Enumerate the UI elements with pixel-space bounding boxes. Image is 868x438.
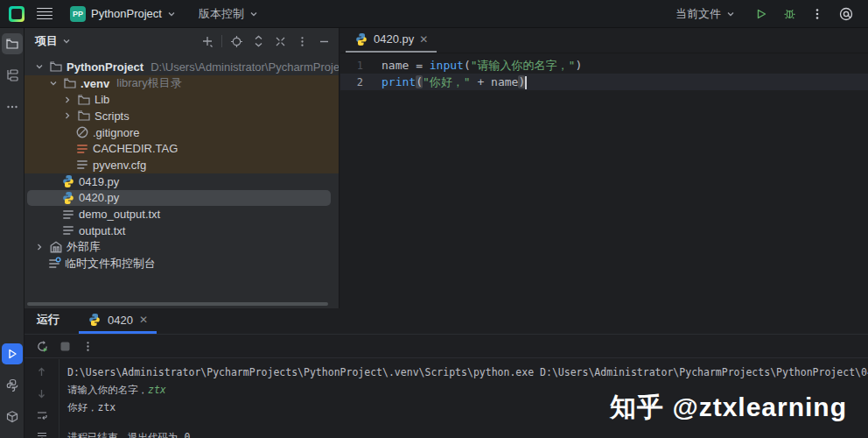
tree-row-scratches[interactable]: 临时文件和控制台 bbox=[24, 255, 339, 272]
project-panel-title[interactable]: 项目 bbox=[35, 33, 71, 49]
vcs-label: 版本控制 bbox=[199, 6, 244, 22]
pycharm-logo-icon bbox=[9, 6, 24, 22]
editor-area: 0420.py ✕ 1 name = input("请输入你的名字，") 2 p… bbox=[340, 28, 868, 308]
structure-toolwindow-button[interactable] bbox=[2, 65, 23, 86]
project-tree: PythonProject D:\Users\Administrator\Pyc… bbox=[24, 54, 339, 272]
options-kebab-icon[interactable] bbox=[294, 33, 310, 49]
project-root-path: D:\Users\Administrator\PycharmProjects\P… bbox=[150, 60, 339, 74]
code-line-1: 1 name = input("请输入你的名字，") bbox=[340, 57, 868, 74]
chevron-down-icon bbox=[62, 37, 71, 46]
hide-panel-icon[interactable] bbox=[316, 33, 332, 49]
pycharm-window: PP PythonProject 版本控制 当前文件 bbox=[0, 0, 868, 438]
python-file-icon bbox=[88, 313, 102, 327]
text-file-icon bbox=[61, 223, 75, 237]
python-console-button[interactable] bbox=[2, 375, 23, 396]
scratches-icon bbox=[47, 257, 61, 271]
folder-icon bbox=[49, 60, 63, 74]
run-config-selector[interactable]: 当前文件 bbox=[670, 4, 740, 25]
tree-row-cachedir-tag[interactable]: CACHEDIR.TAG bbox=[24, 140, 339, 157]
project-toolwindow-button[interactable] bbox=[2, 33, 23, 54]
add-icon[interactable] bbox=[200, 33, 215, 49]
chevron-down-icon bbox=[249, 10, 258, 18]
ignored-file-icon bbox=[75, 125, 89, 139]
tree-row-pyvenv-cfg[interactable]: pyvenv.cfg bbox=[24, 157, 339, 173]
prev-occurrence-icon[interactable] bbox=[35, 364, 49, 378]
chevron-right-icon bbox=[63, 111, 72, 120]
tree-row-0419-py[interactable]: 0419.py bbox=[24, 173, 339, 190]
vcs-menu[interactable]: 版本控制 bbox=[193, 4, 263, 25]
debug-button[interactable] bbox=[782, 7, 796, 21]
close-tab-icon[interactable]: ✕ bbox=[419, 33, 428, 46]
folder-icon bbox=[77, 109, 91, 123]
current-file-label: 当前文件 bbox=[676, 6, 721, 22]
chevron-down-icon bbox=[167, 10, 176, 18]
tree-row-venv[interactable]: .venv library根目录 bbox=[24, 75, 339, 92]
line-number: 1 bbox=[340, 60, 363, 72]
console-user-input: ztx bbox=[148, 384, 166, 396]
watermark: 知乎 @ztxlearning bbox=[610, 390, 847, 426]
stop-icon[interactable] bbox=[58, 339, 72, 353]
library-icon bbox=[49, 240, 63, 254]
run-panel-title[interactable]: 运行 bbox=[37, 312, 60, 334]
toolbar-divider bbox=[221, 35, 222, 47]
at-spiral-icon[interactable] bbox=[838, 6, 854, 22]
project-badge: PP bbox=[70, 6, 86, 22]
folder-icon bbox=[77, 93, 91, 107]
tree-row-scripts[interactable]: Scripts bbox=[24, 108, 339, 124]
line-number: 2 bbox=[340, 76, 363, 88]
project-panel: 项目 PythonProject D:\Users\Administrator\… bbox=[24, 28, 340, 308]
python-file-icon bbox=[61, 174, 75, 188]
locate-file-icon[interactable] bbox=[228, 33, 244, 49]
main-menu-icon[interactable] bbox=[37, 8, 52, 20]
run-toolbar bbox=[24, 335, 868, 358]
chevron-down-icon bbox=[49, 79, 58, 88]
more-toolwindows-icon[interactable] bbox=[2, 96, 23, 117]
console-command-line: D:\Users\Administrator\PycharmProjects\P… bbox=[67, 364, 868, 381]
horizontal-scrollbar[interactable] bbox=[27, 302, 328, 306]
tree-row-lib[interactable]: Lib bbox=[24, 91, 339, 108]
chevron-down-icon bbox=[35, 62, 44, 71]
run-more-options-icon[interactable] bbox=[80, 339, 94, 353]
project-switcher[interactable]: PP PythonProject bbox=[65, 4, 181, 25]
editor-tab-0420-py[interactable]: 0420.py ✕ bbox=[346, 27, 437, 53]
run-button[interactable] bbox=[754, 7, 768, 21]
rerun-icon[interactable] bbox=[35, 339, 49, 353]
more-options-icon[interactable] bbox=[810, 7, 824, 21]
close-tab-icon[interactable]: ✕ bbox=[139, 314, 148, 326]
soft-wrap-icon[interactable] bbox=[35, 408, 49, 422]
tree-row-project-root[interactable]: PythonProject D:\Users\Administrator\Pyc… bbox=[24, 59, 339, 75]
python-packages-button[interactable] bbox=[2, 406, 23, 427]
next-occurrence-icon[interactable] bbox=[35, 386, 49, 400]
text-file-icon bbox=[61, 208, 75, 222]
library-root-hint: library根目录 bbox=[116, 75, 181, 91]
chevron-right-icon bbox=[63, 95, 72, 104]
python-file-icon bbox=[354, 32, 368, 46]
console-exit-line: 进程已结束，退出代码为 0 bbox=[67, 428, 868, 438]
folder-icon bbox=[63, 76, 77, 90]
tree-row-demo-output-txt[interactable]: demo_output.txt bbox=[24, 206, 339, 223]
title-bar: PP PythonProject 版本控制 当前文件 bbox=[0, 0, 868, 28]
editor-tab-bar: 0420.py ✕ bbox=[340, 28, 868, 53]
project-panel-header: 项目 bbox=[24, 28, 339, 54]
tree-row-gitignore[interactable]: .gitignore bbox=[24, 124, 339, 141]
run-tab-0420[interactable]: 0420 ✕ bbox=[79, 308, 157, 334]
chevron-down-icon bbox=[726, 10, 735, 18]
collapse-all-icon[interactable] bbox=[272, 33, 288, 49]
scroll-to-end-icon[interactable] bbox=[35, 430, 49, 438]
run-toolwindow-button[interactable] bbox=[2, 343, 23, 364]
code-line-2: 2 print("你好，" + name) bbox=[340, 74, 868, 90]
left-tool-stripe bbox=[0, 28, 24, 438]
expand-all-icon[interactable] bbox=[250, 33, 266, 49]
text-caret bbox=[525, 76, 527, 89]
console-gutter-toolbar bbox=[24, 359, 60, 438]
tree-row-0420-py[interactable]: 0420.py bbox=[24, 190, 339, 207]
code-editor[interactable]: 1 name = input("请输入你的名字，") 2 print("你好，"… bbox=[340, 57, 868, 90]
tree-row-external-libraries[interactable]: 外部库 bbox=[24, 239, 339, 256]
text-file-orange-icon bbox=[75, 142, 89, 156]
run-panel-header: 运行 0420 ✕ bbox=[24, 309, 868, 335]
python-file-icon bbox=[61, 191, 75, 205]
tree-row-output-txt[interactable]: output.txt bbox=[24, 223, 339, 239]
chevron-right-icon bbox=[35, 243, 44, 251]
project-name: PythonProject bbox=[91, 7, 162, 20]
text-file-icon bbox=[75, 158, 89, 172]
